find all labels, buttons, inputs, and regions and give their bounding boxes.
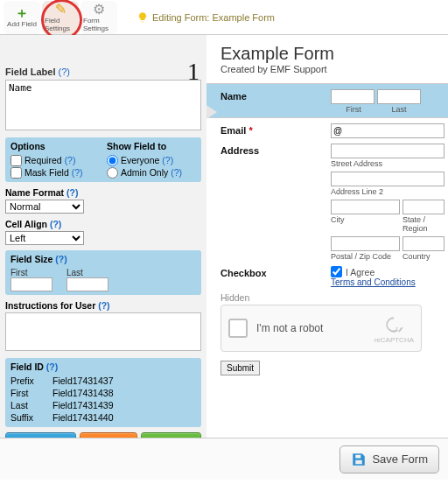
required-checkbox[interactable] [10, 155, 22, 166]
help-icon[interactable]: (?) [98, 300, 109, 311]
city-input[interactable] [331, 200, 400, 214]
options-heading: Options [10, 141, 100, 151]
show-field-heading: Show Field to [107, 141, 196, 151]
footer-bar: Save Form [0, 438, 448, 480]
field-id-row: FirstField17431438 [10, 387, 196, 399]
last-size-input[interactable] [66, 277, 108, 291]
everyone-radio[interactable] [107, 155, 118, 166]
field-settings-panel: 1 Field Label (?) Name Options Required … [0, 35, 206, 438]
field-id-row: PrefixField17431437 [10, 375, 196, 387]
form-preview: Example Form Created by EMF Support Name… [206, 35, 448, 438]
recaptcha-widget[interactable]: I'm not a robot reCAPTCHA [220, 305, 422, 352]
email-label: Email [220, 123, 331, 138]
first-size-label: First [10, 268, 27, 277]
add-field-label: Add Field [7, 20, 37, 28]
street-input[interactable] [331, 144, 444, 158]
line2-sublabel: Address Line 2 [331, 187, 444, 196]
hidden-label: Hidden [220, 292, 444, 303]
address-label: Address [220, 144, 331, 261]
instructions-input[interactable] [5, 312, 201, 351]
help-icon[interactable]: (?) [50, 219, 61, 229]
last-name-input[interactable] [377, 89, 421, 104]
state-input[interactable] [402, 200, 444, 214]
form-subtitle: Created by EMF Support [220, 64, 444, 74]
street-sublabel: Street Address [331, 159, 444, 168]
terms-link[interactable]: Terms and Conditions [331, 277, 444, 287]
top-toolbar: ＋ Add Field ✎ Field Settings ⚙ Form Sett… [0, 0, 448, 35]
cell-align-heading: Cell Align [5, 219, 47, 229]
field-label-input[interactable]: Name [5, 80, 201, 130]
pencil-icon: ✎ [55, 3, 66, 17]
help-icon[interactable]: (?) [66, 187, 78, 198]
recaptcha-checkbox[interactable] [228, 319, 248, 338]
checkbox-label: Checkbox [220, 266, 331, 287]
last-sublabel: Last [376, 105, 422, 114]
name-format-heading: Name Format [5, 187, 64, 198]
plus-icon: ＋ [15, 6, 29, 20]
admin-only-radio[interactable] [107, 167, 118, 179]
help-icon[interactable]: (?) [171, 166, 182, 179]
field-settings-tab[interactable]: ✎ Field Settings [42, 1, 79, 34]
help-icon[interactable]: (?) [162, 154, 173, 166]
agree-label: I Agree [346, 267, 374, 277]
field-size-panel: Field Size (?) First Last [5, 250, 201, 295]
bulb-icon [136, 11, 149, 24]
mask-field-checkbox[interactable] [10, 167, 22, 179]
help-icon[interactable]: (?) [46, 361, 58, 372]
help-icon[interactable]: (?) [72, 166, 83, 179]
first-sublabel: First [331, 105, 376, 114]
selection-pointer-icon [206, 105, 217, 119]
everyone-option[interactable]: Everyone (?) [107, 154, 196, 166]
selected-field-strip[interactable]: Name FirstLast [206, 83, 448, 118]
duplicate-button[interactable]: ⧉Duplicate [5, 432, 76, 438]
add-field-tab[interactable]: ＋ Add Field [4, 1, 40, 34]
editing-form-title: Editing Form: Example Form [136, 11, 275, 24]
help-icon[interactable]: (?) [55, 254, 66, 264]
admin-only-option[interactable]: Admin Only (?) [107, 166, 196, 179]
field-label-heading: Field Label [5, 67, 55, 77]
email-input[interactable] [331, 123, 444, 138]
delete-button[interactable]: ✖Delete [80, 432, 137, 438]
agree-checkbox[interactable] [331, 266, 342, 277]
first-name-input[interactable] [331, 89, 374, 104]
options-panel: Options Required (?) Mask Field (?) Show… [5, 137, 201, 182]
form-settings-label: Form Settings [83, 17, 115, 32]
state-sublabel: State / Region [402, 215, 444, 233]
required-option[interactable]: Required (?) [10, 154, 100, 166]
name-format-select[interactable]: Normal [5, 200, 84, 214]
postal-input[interactable] [331, 236, 400, 251]
field-settings-label: Field Settings [45, 17, 76, 32]
first-size-input[interactable] [10, 277, 52, 291]
help-icon[interactable]: (?) [65, 154, 76, 166]
last-size-label: Last [66, 268, 83, 277]
name-label: Name [220, 89, 331, 114]
step-number: 1 [187, 58, 200, 86]
country-input[interactable] [402, 236, 444, 251]
field-size-heading: Field Size [10, 254, 52, 264]
form-title: Example Form [220, 44, 444, 64]
line2-input[interactable] [331, 172, 444, 186]
form-settings-tab[interactable]: ⚙ Form Settings [80, 1, 117, 34]
country-sublabel: Country [402, 252, 444, 261]
field-id-row: LastField17431439 [10, 399, 196, 411]
mask-field-option[interactable]: Mask Field (?) [10, 166, 100, 179]
add-field-button[interactable]: ＋Add Field [141, 432, 201, 438]
help-icon[interactable]: (?) [59, 67, 70, 77]
instructions-heading: Instructions for User [5, 300, 95, 311]
field-id-panel: Field ID (?) PrefixField17431437 FirstFi… [5, 358, 201, 427]
save-form-button[interactable]: Save Form [340, 445, 439, 473]
recaptcha-icon [382, 313, 405, 336]
cell-align-select[interactable]: Left [5, 231, 84, 245]
save-icon [351, 452, 367, 467]
city-sublabel: City [331, 215, 400, 224]
recaptcha-text: I'm not a robot [256, 322, 323, 334]
postal-sublabel: Postal / Zip Code [331, 252, 400, 261]
field-id-row: SuffixField17431440 [10, 411, 196, 424]
recaptcha-brand: reCAPTCHA [374, 336, 414, 344]
gear-icon: ⚙ [93, 3, 105, 17]
field-id-heading: Field ID [10, 361, 44, 372]
submit-button[interactable]: Submit [220, 361, 260, 375]
